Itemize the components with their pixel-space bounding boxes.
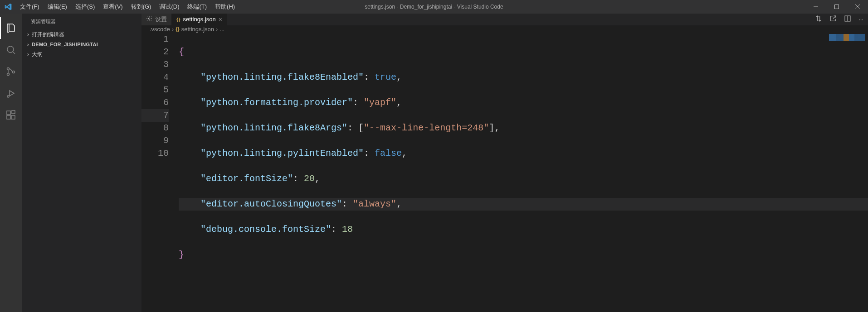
chevron-right-icon: ›	[24, 39, 32, 49]
vscode-logo-icon	[0, 3, 16, 10]
editor-tabs: 设置 {} settings.json × ···	[141, 14, 868, 25]
menu-bar: 文件(F) 编辑(E) 选择(S) 查看(V) 转到(G) 调试(D) 终端(T…	[16, 0, 239, 14]
debug-icon[interactable]	[0, 82, 22, 104]
line-number-gutter: 1 2 3 4 5 6 7 8 9 10	[141, 33, 179, 312]
svg-rect-11	[7, 115, 10, 119]
svg-rect-13	[12, 110, 15, 114]
chevron-right-icon: ›	[24, 29, 32, 39]
open-editors-section[interactable]: › 打开的编辑器	[22, 29, 141, 39]
svg-line-5	[13, 52, 15, 54]
titlebar: 文件(F) 编辑(E) 选择(S) 查看(V) 转到(G) 调试(D) 终端(T…	[0, 0, 868, 14]
menu-view[interactable]: 查看(V)	[99, 0, 127, 14]
close-tab-icon[interactable]: ×	[219, 16, 222, 23]
tab-settings-ui[interactable]: 设置	[141, 14, 172, 25]
close-button[interactable]	[847, 0, 868, 14]
svg-point-9	[7, 96, 9, 97]
svg-point-8	[13, 71, 15, 73]
line-number: 3	[141, 58, 169, 71]
line-number: 6	[141, 96, 169, 109]
window-controls	[805, 0, 868, 14]
breadcrumb-segment[interactable]: .vscode	[150, 26, 170, 33]
svg-point-14	[148, 18, 150, 20]
editor-actions: ···	[815, 14, 868, 25]
line-number: 4	[141, 71, 169, 84]
menu-file[interactable]: 文件(F)	[16, 0, 44, 14]
line-number: 5	[141, 84, 169, 96]
sidebar-title: 资源管理器	[22, 14, 141, 29]
menu-help[interactable]: 帮助(H)	[211, 0, 239, 14]
outline-label: 大纲	[32, 49, 43, 59]
menu-edit[interactable]: 编辑(E)	[44, 0, 71, 14]
open-editors-label: 打开的编辑器	[32, 29, 64, 39]
minimap[interactable]	[829, 34, 865, 41]
svg-point-6	[7, 68, 10, 70]
svg-point-4	[7, 46, 14, 53]
tab-settings-json[interactable]: {} settings.json ×	[172, 14, 227, 25]
svg-rect-10	[7, 111, 10, 115]
minimize-button[interactable]	[805, 0, 826, 14]
breadcrumbs[interactable]: .vscode › {} settings.json › ...	[141, 25, 868, 33]
search-icon[interactable]	[0, 39, 22, 61]
sidebar-explorer: 资源管理器 › 打开的编辑器 › DEMO_FOR_JISHIPINGTAI ›…	[22, 14, 141, 312]
svg-rect-12	[11, 115, 15, 119]
more-actions-icon[interactable]: ···	[858, 16, 863, 23]
split-editor-icon[interactable]	[844, 15, 851, 24]
chevron-right-icon: ›	[216, 26, 218, 33]
gear-icon	[146, 15, 152, 23]
menu-debug[interactable]: 调试(D)	[155, 0, 183, 14]
menu-select[interactable]: 选择(S)	[71, 0, 99, 14]
line-number: 8	[141, 122, 169, 134]
compare-icon[interactable]	[815, 15, 822, 24]
line-number: 2	[141, 46, 169, 58]
folder-section[interactable]: › DEMO_FOR_JISHIPINGTAI	[22, 39, 141, 49]
open-file-icon[interactable]	[829, 15, 837, 24]
code-editor[interactable]: 1 2 3 4 5 6 7 8 9 10 { "python.linting.f…	[141, 33, 868, 312]
folder-label: DEMO_FOR_JISHIPINGTAI	[32, 39, 98, 49]
menu-terminal[interactable]: 终端(T)	[183, 0, 211, 14]
code-content[interactable]: { "python.linting.flake8Enabled": true, …	[179, 33, 868, 312]
menu-goto[interactable]: 转到(G)	[127, 0, 156, 14]
braces-icon: {}	[176, 26, 180, 32]
line-number: 7	[141, 109, 169, 122]
window-title: settings.json - Demo_for_jishipingtai - …	[365, 4, 503, 10]
chevron-right-icon: ›	[24, 49, 32, 59]
breadcrumb-segment[interactable]: ...	[219, 26, 224, 33]
svg-rect-1	[835, 5, 839, 9]
activity-bar	[0, 14, 22, 312]
editor-area: 设置 {} settings.json × ···	[141, 14, 868, 312]
svg-point-7	[7, 73, 10, 76]
source-control-icon[interactable]	[0, 61, 22, 82]
line-number: 10	[141, 147, 169, 160]
braces-icon: {}	[176, 17, 180, 22]
tab-label: 设置	[155, 15, 167, 24]
explorer-icon[interactable]	[0, 17, 22, 39]
line-number: 1	[141, 33, 169, 46]
outline-section[interactable]: › 大纲	[22, 49, 141, 59]
chevron-right-icon: ›	[172, 26, 174, 33]
tab-label: settings.json	[183, 16, 216, 23]
breadcrumb-segment[interactable]: settings.json	[181, 26, 214, 33]
extensions-icon[interactable]	[0, 104, 22, 126]
line-number: 9	[141, 134, 169, 147]
maximize-button[interactable]	[826, 0, 847, 14]
